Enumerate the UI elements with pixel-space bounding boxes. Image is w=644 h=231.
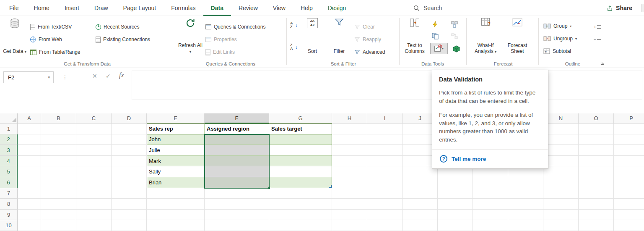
cell-D4[interactable] [112, 156, 147, 167]
cell-G7[interactable] [269, 188, 332, 199]
formula-input[interactable] [132, 71, 642, 100]
cell-P3[interactable] [614, 145, 644, 156]
cell-G3[interactable] [269, 145, 332, 156]
cell-D1[interactable] [112, 123, 147, 134]
cell-H2[interactable] [332, 134, 367, 145]
cell-I2[interactable] [367, 134, 402, 145]
cell-I5[interactable] [367, 166, 402, 177]
cell-H8[interactable] [332, 199, 367, 210]
manage-data-model-button[interactable] [453, 44, 460, 54]
row-header-7[interactable]: 7 [0, 188, 18, 199]
cell-O7[interactable] [579, 188, 614, 199]
tab-home[interactable]: Home [26, 0, 57, 16]
flash-fill-button[interactable] [432, 19, 439, 29]
cell-I1[interactable] [367, 123, 402, 134]
row-header-1[interactable]: 1 [0, 123, 18, 134]
cell-I4[interactable] [367, 156, 402, 167]
cell-J6[interactable] [402, 177, 438, 188]
search-box[interactable]: Search [413, 0, 442, 16]
cell-B10[interactable] [41, 220, 76, 231]
cell-N3[interactable] [543, 145, 579, 156]
cell-G1[interactable]: Sales target [269, 123, 332, 134]
cell-K7[interactable] [438, 188, 473, 199]
cell-B3[interactable] [41, 145, 76, 156]
remove-duplicates-button[interactable] [432, 31, 439, 41]
cell-M8[interactable] [508, 199, 543, 210]
cell-I9[interactable] [367, 210, 402, 220]
column-header-N[interactable]: N [543, 113, 579, 123]
cell-O6[interactable] [579, 177, 614, 188]
column-header-I[interactable]: I [367, 113, 402, 123]
row-header-9[interactable]: 9 [0, 210, 18, 220]
select-all-button[interactable] [0, 113, 18, 123]
cell-H4[interactable] [332, 156, 367, 167]
advanced-filter-button[interactable]: Advanced [354, 47, 385, 57]
sort-az-button[interactable]: AZ ↓ [290, 20, 298, 30]
cell-C7[interactable] [76, 188, 112, 199]
cell-F3[interactable] [205, 145, 269, 156]
cell-A7[interactable] [18, 188, 41, 199]
cell-E8[interactable] [147, 199, 205, 210]
existing-connections-button[interactable]: Existing Connections [96, 34, 150, 45]
cell-P6[interactable] [614, 177, 644, 188]
row-header-6[interactable]: 6 [0, 177, 18, 188]
sort-button[interactable]: ZAAZ Sort [302, 16, 323, 55]
cell-H9[interactable] [332, 210, 367, 220]
cell-L8[interactable] [473, 199, 508, 210]
cell-K6[interactable] [438, 177, 473, 188]
tab-review[interactable]: Review [231, 0, 265, 16]
cell-B4[interactable] [41, 156, 76, 167]
cell-A8[interactable] [18, 199, 41, 210]
column-header-A[interactable]: A [18, 113, 41, 123]
queries-connections-button[interactable]: Queries & Connections [205, 22, 265, 32]
cell-B2[interactable] [41, 134, 76, 145]
cell-N4[interactable] [543, 156, 579, 167]
cell-F6[interactable] [205, 177, 269, 188]
cell-A6[interactable] [18, 177, 41, 188]
cell-F8[interactable] [205, 199, 269, 210]
cell-H7[interactable] [332, 188, 367, 199]
column-header-P[interactable]: P [614, 113, 644, 123]
cell-F10[interactable] [205, 220, 269, 231]
data-validation-button[interactable]: ✓ ▾ [430, 43, 448, 54]
cell-F2[interactable] [205, 134, 269, 145]
cell-B6[interactable] [41, 177, 76, 188]
cell-C4[interactable] [76, 156, 112, 167]
consolidate-button[interactable] [451, 19, 458, 29]
column-header-C[interactable]: C [76, 113, 112, 123]
cell-H3[interactable] [332, 145, 367, 156]
row-header-10[interactable]: 10 [0, 220, 18, 231]
ungroup-button[interactable]: Ungroup ▾ [543, 34, 577, 44]
cell-M9[interactable] [508, 210, 543, 220]
cell-G9[interactable] [269, 210, 332, 220]
column-header-O[interactable]: O [579, 113, 614, 123]
cell-B7[interactable] [41, 188, 76, 199]
cell-A1[interactable] [18, 123, 41, 134]
cell-K10[interactable] [438, 220, 473, 231]
row-header-2[interactable]: 2 [0, 134, 18, 145]
sort-za-button[interactable]: ZA ↓ [290, 42, 298, 52]
cell-G8[interactable] [269, 199, 332, 210]
name-box[interactable]: F2 ▾ [3, 71, 54, 83]
tab-design[interactable]: Design [320, 0, 354, 16]
insert-function-button[interactable]: fx [119, 71, 124, 79]
row-header-5[interactable]: 5 [0, 166, 18, 177]
tab-help[interactable]: Help [293, 0, 320, 16]
tab-view[interactable]: View [265, 0, 293, 16]
cell-P1[interactable] [614, 123, 644, 134]
outline-dialog-launcher[interactable] [600, 58, 605, 68]
cell-N5[interactable] [543, 166, 579, 177]
column-header-B[interactable]: B [41, 113, 76, 123]
cell-N8[interactable] [543, 199, 579, 210]
cell-C10[interactable] [76, 220, 112, 231]
cell-C6[interactable] [76, 177, 112, 188]
forecast-sheet-button[interactable]: Forecast Sheet [504, 16, 531, 55]
cell-E1[interactable]: Sales rep [147, 123, 205, 134]
column-header-H[interactable]: H [332, 113, 367, 123]
from-web-button[interactable]: From Web [30, 34, 62, 45]
tell-me-more-link[interactable]: ? Tell me more [439, 150, 541, 168]
cell-H1[interactable] [332, 123, 367, 134]
cell-P7[interactable] [614, 188, 644, 199]
cell-B8[interactable] [41, 199, 76, 210]
recent-sources-button[interactable]: Recent Sources [96, 22, 139, 32]
